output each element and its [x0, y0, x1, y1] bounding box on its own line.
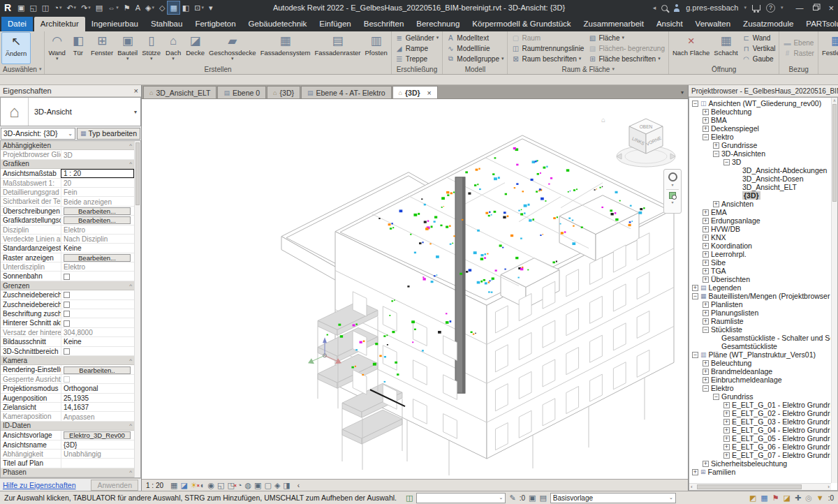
tab-ansicht[interactable]: Ansicht [650, 17, 689, 31]
close-hidden-windows-icon[interactable]: ◧ [180, 1, 191, 14]
expand-icon[interactable]: + [713, 142, 719, 149]
print-icon[interactable]: ▤ [94, 1, 105, 14]
property-row[interactable]: Standardanzeigestil f...Keine [1, 244, 134, 253]
fassadenraster-button[interactable]: ▤Fassadenraster [312, 32, 362, 64]
customize-qat-icon[interactable]: ▾ [207, 1, 215, 14]
geschossdecke-button[interactable]: ▰Geschossdecke▾ [207, 32, 258, 64]
help-menu-caret[interactable]: ▾ [781, 5, 784, 10]
property-row[interactable]: Titel auf Plan [1, 459, 134, 468]
hide-analytical-icon[interactable]: ▢ [264, 480, 271, 491]
gelaender-button[interactable]: ≣Geländer▾ [395, 33, 439, 43]
section-icon[interactable]: ◇ [157, 1, 167, 14]
tab-datei[interactable]: Datei [1, 17, 33, 31]
tree-item[interactable]: +E_ELT_G_05 - Elektro Grundriss Ebene [689, 434, 830, 443]
tree-item[interactable]: +KNX [689, 233, 830, 242]
tree-item[interactable]: +E_ELT_G_02 - Elektro Grundriss Ebene [689, 409, 830, 417]
property-row[interactable]: Grafikdarstellungsop...Bearbeiten... [1, 216, 134, 225]
tree-item[interactable]: −Stückliste [689, 325, 830, 334]
type-selector-caret[interactable]: ▾ [134, 109, 140, 115]
flaeche-beschriften-button[interactable]: ⊞Fläche beschriften▾ [588, 54, 665, 64]
property-row[interactable]: AbhängigkeitUnabhängig [1, 450, 134, 459]
expand-icon[interactable]: + [703, 251, 709, 258]
undo-icon[interactable]: ↶▾ [64, 1, 78, 14]
tree-item[interactable]: −Grundriss [689, 392, 830, 401]
edit-button[interactable]: Bearbeiten... [64, 207, 131, 215]
tree-item[interactable]: +E_ELT_G_06 - Elektro Grundriss Ebene [689, 443, 830, 451]
property-row[interactable]: Zuschneidebereich [1, 290, 134, 299]
checkbox[interactable] [64, 320, 70, 327]
checkbox[interactable] [64, 292, 70, 298]
visual-style-icon[interactable]: ◪ [180, 480, 187, 491]
stuetze-button[interactable]: ▯Stütze▾ [140, 32, 163, 64]
expand-icon[interactable]: + [723, 402, 730, 408]
restore-button[interactable] [813, 6, 818, 10]
checkbox[interactable] [64, 311, 70, 317]
tree-item[interactable]: +Planungslisten [689, 309, 830, 317]
sync-icon[interactable]: ◔▾ [52, 1, 64, 14]
tab-berechnung[interactable]: Berechnung [410, 17, 466, 31]
tab-ingenieurbau[interactable]: Ingenieurbau [85, 17, 145, 31]
3d-model-view[interactable] [142, 99, 688, 479]
sun-path-icon[interactable]: ☀× [191, 480, 198, 491]
worksharing-display-icon[interactable]: ◈ [274, 480, 280, 491]
tab-zusammenarbeit[interactable]: Zusammenarbeit [578, 17, 650, 31]
temporary-hide-icon[interactable]: ◔ [237, 480, 242, 491]
gaube-button[interactable]: ◠Gaube [742, 54, 776, 64]
navigation-bar[interactable]: ▾ ▾ [663, 169, 682, 214]
tab-zusatzmodule[interactable]: Zusatzmodule [737, 17, 800, 31]
expand-icon[interactable]: + [703, 126, 709, 132]
flaeche-button[interactable]: ▧Fläche▾ [588, 33, 665, 43]
property-row[interactable]: Versatz der hinteren ...304,8000 [1, 328, 134, 337]
select-pinned-icon[interactable]: ⚑ [772, 494, 779, 503]
tree-item[interactable]: +Raumliste [689, 317, 830, 325]
expand-icon[interactable]: + [703, 377, 709, 383]
expand-icon[interactable]: + [703, 302, 709, 308]
property-row[interactable]: DisziplinElektro [1, 225, 134, 235]
tab-fertigbeton[interactable]: Fertigbeton [189, 17, 242, 31]
tree-item[interactable]: −Elektro [689, 133, 830, 141]
navbar-caret[interactable]: ▾ [671, 200, 673, 205]
view-tab-list-caret[interactable]: ▾ [681, 89, 688, 98]
workset-dropdown[interactable]: ⌄ [416, 493, 506, 503]
property-row[interactable]: Hinterer Schnitt aktiv [1, 318, 134, 327]
navbar-caret[interactable]: ▾ [671, 182, 673, 187]
expand-icon[interactable]: + [703, 360, 709, 366]
modify-button[interactable]: ↖ Ändern [1, 32, 31, 64]
tree-item[interactable]: +Sibe [689, 258, 830, 267]
property-row[interactable]: Raster anzeigenBearbeiten... [1, 253, 134, 262]
tree-item[interactable]: −◫Ansichten (WT_Gliederung_rev00) [689, 99, 830, 108]
property-row[interactable]: Ansichtsmaßstab1 : 20 [1, 169, 134, 178]
view-tab-3d[interactable]: ⌂{3D} [267, 86, 300, 98]
steering-wheel-icon[interactable] [668, 172, 677, 181]
property-row[interactable]: Rendering-Einstellun...Bearbeiten.. [1, 365, 134, 374]
tree-item[interactable]: +Überischten [689, 275, 830, 283]
open-icon[interactable]: ◱ [27, 1, 38, 14]
tree-item[interactable]: Gesamstückliste - Schalter und Setckdose [689, 334, 830, 342]
expand-icon[interactable]: + [703, 117, 709, 124]
edit-button[interactable]: Bearbeiten.. [64, 366, 131, 374]
edit-button[interactable]: Bearbeiten... [64, 254, 131, 262]
user-menu-caret[interactable]: ▾ [744, 5, 747, 10]
expand-icon[interactable]: + [703, 276, 709, 283]
app-store-cart-icon[interactable] [752, 5, 760, 10]
tab-verwalten[interactable]: Verwalten [689, 17, 737, 31]
tab-beschriften[interactable]: Beschriften [358, 17, 411, 31]
tree-item[interactable]: +Grundrisse [689, 141, 830, 149]
tree-item[interactable]: +Beleuchtung [689, 359, 830, 367]
dach-button[interactable]: ⌂Dach▾ [163, 32, 184, 64]
save-icon[interactable]: ◫ [40, 1, 51, 14]
expand-icon[interactable]: + [713, 201, 719, 207]
instance-selector[interactable]: 3D-Ansicht: {3D}⌄ [1, 128, 75, 140]
viewcube-top-label[interactable]: OBEN [640, 124, 653, 129]
vertikal-button[interactable]: ⊓Vertikal [742, 43, 776, 53]
view-tab-ebene-4[interactable]: ▤Ebene 4 - AT- Elektro [301, 86, 392, 98]
tree-item[interactable]: −▦Bauteillisten/Mengen (Projektbrowser G… [689, 292, 830, 300]
tree-item[interactable]: +Einbruchmeldeanlage [689, 376, 830, 384]
close-view-icon[interactable]: × [427, 89, 432, 97]
property-row[interactable]: Projektbrowser Glied...3D [1, 150, 134, 159]
section-id-daten[interactable]: ID-Daten^ [1, 422, 134, 431]
fassadensystem-button[interactable]: ▦Fassadensystem [258, 32, 313, 64]
zoom-icon[interactable] [669, 192, 676, 199]
tree-item[interactable]: +Deckenspiegel [689, 124, 830, 133]
expand-icon[interactable]: + [723, 427, 730, 433]
